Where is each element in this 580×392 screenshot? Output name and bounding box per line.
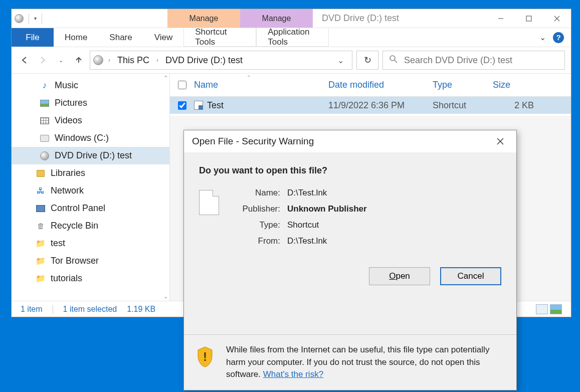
- column-date[interactable]: Date modified: [328, 80, 433, 90]
- separator: [42, 14, 42, 24]
- breadcrumb-this-pc[interactable]: This PC: [115, 55, 151, 66]
- label-name: Name:: [232, 188, 280, 198]
- cancel-button[interactable]: Cancel: [440, 267, 501, 285]
- ribbon-tabs: File Home Share View Shortcut Tools Appl…: [12, 28, 571, 47]
- tree-item[interactable]: Libraries: [12, 164, 169, 182]
- sort-asc-icon: ⌃: [247, 75, 251, 80]
- separator: [29, 14, 29, 24]
- tree-item[interactable]: Videos: [12, 112, 169, 129]
- whats-the-risk-link[interactable]: What's the risk?: [263, 369, 323, 379]
- tab-home[interactable]: Home: [54, 28, 98, 47]
- tab-application-tools[interactable]: Application Tools: [256, 28, 329, 47]
- disc-icon: [93, 55, 103, 65]
- disc-icon: [15, 14, 24, 23]
- context-tab-shortcut[interactable]: Manage: [167, 9, 240, 28]
- forward-button[interactable]: [36, 53, 50, 67]
- dialog-title-bar: Open File - Security Warning: [184, 130, 516, 152]
- tab-share[interactable]: Share: [98, 28, 143, 47]
- svg-text:!: !: [203, 350, 207, 363]
- back-button[interactable]: [18, 53, 32, 67]
- refresh-button[interactable]: ↻: [356, 51, 378, 70]
- tab-file[interactable]: File: [12, 28, 54, 47]
- label-publisher: Publisher:: [232, 204, 280, 214]
- thumbnails-view-button[interactable]: [550, 304, 562, 314]
- separator: [53, 305, 53, 314]
- tab-view[interactable]: View: [143, 28, 184, 47]
- up-button[interactable]: [72, 53, 86, 67]
- address-bar[interactable]: › This PC › DVD Drive (D:) test ⌄: [90, 51, 352, 70]
- tree-item[interactable]: 🖧Network: [12, 182, 169, 200]
- navigation-bar: ⌄ › This PC › DVD Drive (D:) test ⌄ ↻: [12, 47, 571, 74]
- shield-warning-icon: !: [196, 346, 214, 368]
- navigation-tree[interactable]: ⌃ ♪MusicPicturesVideosWindows (C:)DVD Dr…: [12, 74, 170, 301]
- column-headers: ⌃Name Date modified Type Size: [170, 74, 571, 97]
- tree-item[interactable]: 📁Tor Browser: [12, 252, 169, 270]
- ribbon-expand-icon[interactable]: ⌄: [539, 33, 546, 42]
- row-checkbox[interactable]: [178, 101, 186, 110]
- value-publisher: Unknown Publisher: [280, 204, 367, 214]
- qat-dropdown-icon[interactable]: ▾: [34, 16, 37, 21]
- status-item-count: 1 item: [21, 305, 43, 314]
- column-name[interactable]: ⌃Name: [194, 80, 328, 90]
- close-button[interactable]: [543, 9, 571, 28]
- status-selected-count: 1 item selected: [63, 305, 117, 314]
- recent-dropdown-icon[interactable]: ⌄: [54, 53, 68, 67]
- file-row[interactable]: Test11/9/2022 6:36 PMShortcut2 KB: [170, 97, 571, 114]
- svg-line-5: [395, 60, 397, 63]
- minimize-button[interactable]: [487, 9, 515, 28]
- dialog-close-button[interactable]: [492, 133, 508, 149]
- dialog-buttons: Open Cancel: [199, 267, 501, 285]
- window-controls: [487, 9, 571, 28]
- tree-item[interactable]: 📁tutorials: [12, 270, 169, 287]
- details-view-button[interactable]: [536, 304, 548, 314]
- shortcut-file-icon: [194, 101, 203, 110]
- tree-item[interactable]: 📁test: [12, 235, 169, 252]
- dialog-footer-text: While files from the Internet can be use…: [226, 344, 504, 381]
- help-icon[interactable]: ?: [553, 32, 564, 43]
- dialog-question: Do you want to open this file?: [199, 165, 501, 176]
- dialog-body: Do you want to open this file? Name:D:\T…: [184, 152, 516, 334]
- tab-shortcut-tools[interactable]: Shortcut Tools: [183, 28, 256, 47]
- dialog-file-info: Name:D:\Test.lnk Publisher:Unknown Publi…: [199, 188, 501, 252]
- tree-item[interactable]: Control Panel: [12, 200, 169, 217]
- column-size[interactable]: Size: [493, 80, 538, 90]
- tree-item[interactable]: Windows (C:): [12, 129, 169, 147]
- window-title: DVD Drive (D:) test: [313, 9, 487, 28]
- file-icon: [199, 190, 219, 215]
- tree-item[interactable]: ♪Music: [12, 77, 169, 94]
- dialog-footer: ! While files from the Internet can be u…: [184, 334, 516, 390]
- tree-item[interactable]: 🗑Recycle Bin: [12, 217, 169, 235]
- title-bar: ▾ Manage Manage DVD Drive (D:) test: [12, 9, 571, 28]
- label-from: From:: [232, 236, 280, 246]
- security-warning-dialog: Open File - Security Warning Do you want…: [183, 130, 517, 390]
- tree-item[interactable]: DVD Drive (D:) test: [12, 147, 169, 164]
- scroll-up-icon[interactable]: ⌃: [163, 75, 168, 81]
- svg-point-4: [390, 56, 395, 61]
- breadcrumb-dvd-drive[interactable]: DVD Drive (D:) test: [163, 55, 245, 66]
- open-button[interactable]: Open: [369, 267, 430, 285]
- label-type: Type:: [232, 220, 280, 230]
- select-all-checkbox[interactable]: [178, 81, 186, 89]
- view-switcher: [536, 304, 562, 314]
- search-icon: [389, 55, 398, 66]
- maximize-button[interactable]: [515, 9, 543, 28]
- status-selected-size: 1.19 KB: [127, 305, 155, 314]
- search-box[interactable]: [382, 51, 565, 70]
- chevron-right-icon[interactable]: ›: [106, 57, 112, 64]
- value-name: D:\Test.lnk: [280, 188, 327, 198]
- svg-rect-1: [526, 16, 531, 21]
- column-type[interactable]: Type: [433, 80, 493, 90]
- dialog-title: Open File - Security Warning: [192, 136, 314, 147]
- quick-access-toolbar: ▾: [12, 9, 47, 28]
- tree-item[interactable]: Pictures: [12, 94, 169, 112]
- scroll-down-icon[interactable]: ⌄: [163, 293, 168, 300]
- value-type: Shortcut: [280, 220, 319, 230]
- chevron-right-icon[interactable]: ›: [154, 57, 160, 64]
- search-input[interactable]: [404, 55, 558, 66]
- context-tab-application[interactable]: Manage: [240, 9, 313, 28]
- value-from: D:\Test.lnk: [280, 236, 327, 246]
- address-dropdown-icon[interactable]: ⌄: [332, 56, 349, 65]
